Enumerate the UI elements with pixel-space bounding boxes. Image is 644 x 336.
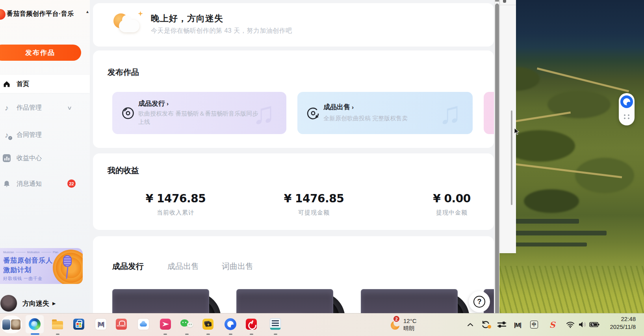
publish-work-button[interactable]: 发布作品 — [0, 45, 81, 61]
tab-sell[interactable]: 成品出售 — [167, 261, 199, 272]
stat-value: ¥ 1476.85 — [251, 192, 377, 205]
taskbar-pink-media-app[interactable] — [156, 315, 175, 334]
publish-section: 发布作品 ♫ 成品发行› 歌曲授权发布 番茄畅听＆番茄畅听音乐版同步上线 ♫ — [93, 50, 494, 148]
background-window-edge[interactable] — [499, 0, 516, 253]
tray-volume[interactable] — [577, 313, 588, 336]
widget-thumb-icon — [11, 319, 20, 330]
sogou-icon: S — [549, 320, 555, 330]
pink-media-icon — [160, 319, 171, 330]
lyrics-promo-card[interactable] — [484, 92, 494, 134]
sidebar-item-label: 合同管理 — [17, 131, 42, 139]
running-indicator — [163, 334, 167, 335]
assistant-float-pill[interactable] — [619, 93, 635, 125]
taskbar-edge[interactable] — [25, 315, 44, 334]
edge-icon — [29, 318, 41, 330]
page-scrollbar-thumb[interactable] — [495, 4, 499, 336]
sync-status-dot — [488, 325, 491, 329]
user-name: 方向迷失 — [22, 299, 49, 308]
time: 22:48 — [591, 315, 636, 322]
window-scrollbar[interactable] — [511, 110, 512, 205]
taskbar-huawei-appgallery[interactable]: HUAWEI — [112, 315, 131, 334]
sidebar-item-label: 消息通知 — [17, 180, 42, 188]
taskbar-wechat[interactable] — [177, 315, 196, 334]
sidebar-item-earnings[interactable]: 收益中心 — [0, 149, 90, 167]
speaker-icon — [578, 321, 587, 328]
sidebar-item-notifications[interactable]: 消息通知 22 — [0, 175, 90, 193]
avatar[interactable] — [0, 295, 17, 312]
tray-show-hidden[interactable] — [465, 313, 476, 336]
user-profile[interactable]: 方向迷失 ▶ — [0, 293, 90, 313]
running-indicator — [185, 334, 189, 335]
cloud-icon — [138, 319, 149, 330]
notepad-icon — [270, 319, 280, 330]
taskbar-file-explorer[interactable] — [48, 315, 67, 334]
widgets-button[interactable] — [1, 315, 22, 333]
stat-withdrawing: ¥ 0.00 提现中金额 — [389, 192, 499, 217]
stat-withdrawable: ¥ 1476.85 可提现金额 — [251, 192, 377, 217]
page-scrollbar-stub — [495, 0, 499, 2]
taskbar-quark[interactable] — [221, 315, 240, 334]
sidebar-item-home[interactable]: 首页 — [0, 75, 90, 93]
folder-icon — [52, 321, 63, 329]
vinyl-sell-icon — [306, 106, 320, 120]
tab-release[interactable]: 成品发行 — [112, 261, 144, 272]
tray-wifi[interactable] — [564, 313, 577, 336]
assistant-chat-icon[interactable] — [620, 95, 633, 108]
taskbar-notepad[interactable] — [266, 315, 285, 334]
music-watermark-icon: ♫ — [439, 95, 462, 131]
banner-subtitle: 好歌领钱 一曲千金 — [3, 276, 43, 282]
tomato-logo-icon — [0, 9, 6, 20]
mouse-cursor — [514, 128, 520, 136]
huawei-icon: HUAWEI — [116, 319, 127, 330]
running-indicator — [274, 334, 277, 335]
stat-label: 可提现金额 — [251, 209, 377, 217]
weather-alert-badge: 2 — [393, 315, 400, 323]
release-promo-card[interactable]: ♫ 成品发行› 歌曲授权发布 番茄畅听＆番茄畅听音乐版同步上线 — [112, 92, 286, 134]
ime-chinese-icon: 中 — [530, 321, 538, 329]
netease-music-icon — [246, 319, 257, 330]
widget-thumb-icon — [2, 319, 10, 330]
app-logo[interactable]: 番茄音频创作平台·音乐 ▲ — [0, 9, 90, 21]
help-button[interactable]: ? — [469, 291, 490, 312]
running-indicator — [250, 334, 253, 335]
home-icon — [2, 80, 11, 88]
chevron-down-icon[interactable]: ∨ — [67, 105, 72, 111]
taskbar-m-app[interactable]: |M| — [91, 315, 110, 334]
promo-title: 成品发行› — [138, 99, 169, 108]
wechat-icon — [180, 319, 193, 330]
tray-m-app[interactable]: |M| — [510, 313, 525, 336]
running-indicator — [56, 334, 59, 335]
taskbar-flash-transfer[interactable] — [199, 315, 217, 334]
taskbar-microsoft-store[interactable] — [69, 315, 88, 334]
taskbar-clock[interactable]: 22:48 2025/11/8 — [591, 315, 636, 330]
music-note-icon: ♪ — [2, 103, 11, 112]
tray-ime[interactable]: 中 — [528, 313, 540, 336]
quark-icon — [225, 318, 236, 330]
sell-promo-card[interactable]: ♫ 成品出售› 全新原创歌曲投稿 完整版权售卖 — [297, 92, 473, 134]
sidebar-item-works[interactable]: ♪ 作品管理 ∨ — [0, 99, 90, 117]
stat-label: 当前收入累计 — [113, 209, 239, 217]
sidebar-item-label: 首页 — [17, 80, 29, 88]
tray-sogou[interactable]: S — [546, 313, 559, 336]
tab-lyrics[interactable]: 词曲出售 — [222, 261, 253, 272]
chevron-right-icon: › — [352, 104, 354, 110]
taskbar-weather[interactable]: 2 12°C 晴朗 — [388, 314, 436, 334]
taskbar-cloud-drive[interactable] — [134, 315, 153, 334]
greeting-card: 晚上好，方向迷失 今天是你在畅听创作的第 43 天，努力加油创作吧 — [93, 3, 494, 47]
collapse-arrow-icon[interactable]: ▲ — [85, 9, 89, 14]
chevron-up-icon — [467, 323, 473, 327]
taskbar-netease-music[interactable] — [242, 315, 261, 334]
musician-incentive-banner[interactable]: Musician Motivation Plan 番茄原创音乐人 激励计划 好歌… — [0, 248, 83, 284]
greeting-subtitle: 今天是你在畅听创作的第 43 天，努力加油创作吧 — [151, 27, 292, 35]
drag-dots-icon[interactable] — [623, 114, 630, 120]
tray-sliders[interactable] — [496, 313, 508, 336]
greeting-title: 晚上好，方向迷失 — [151, 13, 223, 24]
promo-desc: 歌曲授权发布 番茄畅听＆番茄畅听音乐版同步上线 — [138, 109, 258, 126]
tray-sync[interactable] — [479, 313, 492, 336]
expand-arrow-icon[interactable]: ▶ — [52, 301, 56, 306]
moon-cloud-icon — [113, 11, 145, 37]
store-icon — [73, 319, 84, 330]
running-indicator — [206, 334, 210, 335]
desktop: 番茄音频创作平台·音乐 ▲ 发布作品 首页 ♪ 作品管理 ∨ ♪ ✓ — [0, 0, 644, 336]
sidebar-item-contracts[interactable]: ♪ ✓ 合同管理 — [0, 126, 90, 144]
